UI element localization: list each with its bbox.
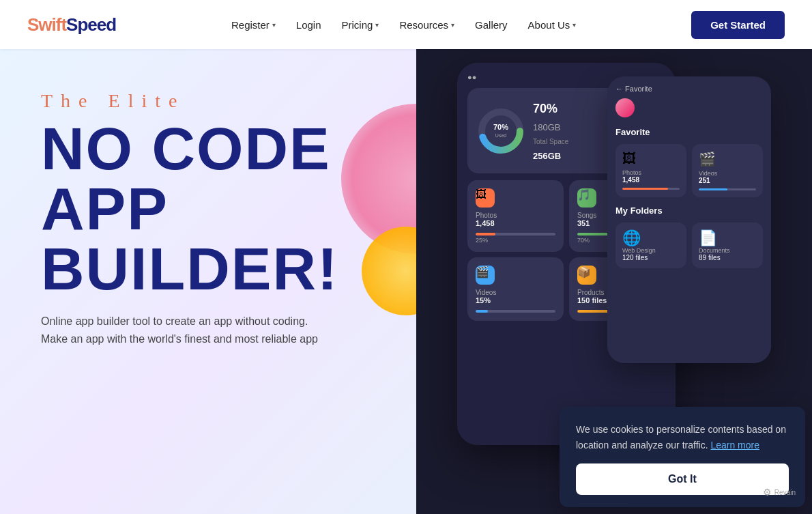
documents-label: Documents [699,247,756,254]
phone1-status: ●● [467,73,476,81]
hero-text-block: The Elite NO CODE APP BUILDER! Online ap… [41,90,338,347]
storage-total: 256GB [533,148,568,164]
p2-videos-icon: 🎬 [699,151,756,167]
nav-login[interactable]: Login [296,19,321,31]
p2-photos-count: 1,458 [622,176,680,184]
storage-donut-chart: 70% Used [477,107,525,155]
photos-count: 1,458 [476,219,555,227]
photos-label: Photos [476,212,555,219]
phone2-items-title: Favorite [615,127,763,137]
svg-text:Used: Used [495,133,506,138]
main-nav: Register ▾ Login Pricing ▾ Resources ▾ G… [231,19,576,31]
nav-resources[interactable]: Resources ▾ [399,19,454,31]
phone2-folders-title: My Folders [615,205,763,216]
webdesign-count: 120 files [622,254,680,261]
nav-about[interactable]: About Us ▾ [528,19,577,31]
logo-speed: Speed [66,14,116,35]
phone-mockup-2: ← Favorite Favorite 🖼 Photos 1,458 🎬 [607,76,771,363]
logo[interactable]: SwiftSpeed [27,14,116,35]
webdesign-label: Web Design [622,247,680,254]
storage-used: 180GB [533,119,568,135]
products-icon: 📦 [577,266,596,285]
cookie-text: We use cookies to personalize contents b… [576,422,789,453]
p2-photos-icon: 🖼 [622,151,680,167]
storage-percent: 70% [533,98,568,119]
logo-swift: Swift [27,14,66,35]
phone2-folder-documents: 📄 Documents 89 files [692,223,763,268]
get-started-button[interactable]: Get Started [691,11,785,39]
photos-pct: 25% [476,237,555,244]
storage-total-label: Total Space [533,136,568,148]
photos-icon: 🖼 [476,188,495,208]
phone2-back-icon: ← [615,85,625,93]
nav-register[interactable]: Register ▾ [231,19,276,31]
songs-icon: 🎵 [577,188,596,208]
phone2-folder-webdesign: 🌐 Web Design 120 files [615,223,686,268]
main-title: NO CODE APP BUILDER! [41,119,338,299]
phone1-card-videos: 🎬 Videos 15% [467,257,564,321]
phone2-avatar [615,98,635,117]
elite-label: The Elite [41,90,338,112]
svg-text:70%: 70% [493,123,508,131]
nav-gallery[interactable]: Gallery [475,19,508,31]
hero-section: The Elite NO CODE APP BUILDER! Online ap… [0,49,812,514]
revain-badge: ⚙ Revain [763,487,796,498]
cookie-banner: We use cookies to personalize contents b… [560,407,805,507]
title-line-1: NO CODE [41,119,338,179]
revain-label: Revain [774,489,796,496]
videos-icon: 🎬 [476,266,495,285]
phone1-card-photos: 🖼 Photos 1,458 25% [467,180,564,252]
title-line-2: APP [41,179,338,239]
chevron-down-icon: ▾ [451,21,454,29]
phone2-card-videos: 🎬 Videos 251 [692,144,763,197]
hero-description: Online app builder tool to create an app… [41,313,334,347]
title-line-3: BUILDER! [41,239,338,299]
revain-icon: ⚙ [763,487,772,498]
chevron-down-icon: ▾ [272,21,276,29]
p2-videos-count: 251 [699,177,756,184]
phone2-card-photos: 🖼 Photos 1,458 [615,144,686,197]
phone2-items-grid: 🖼 Photos 1,458 🎬 Videos 251 [615,144,763,197]
documents-count: 89 files [699,254,756,261]
nav-pricing[interactable]: Pricing ▾ [342,19,379,31]
p2-videos-label: Videos [699,170,756,177]
phone2-folder-grid: 🌐 Web Design 120 files 📄 Documents 89 fi… [615,223,763,268]
phone2-folders-section: My Folders 🌐 Web Design 120 files 📄 Docu… [615,205,763,268]
webdesign-icon: 🌐 [622,229,680,247]
videos-label: Videos [476,289,555,296]
documents-icon: 📄 [699,229,756,247]
p2-photos-label: Photos [622,169,680,176]
header: SwiftSpeed Register ▾ Login Pricing ▾ Re… [0,0,812,49]
got-it-button[interactable]: Got It [576,463,789,495]
storage-info: 70% 180GB Total Space 256GB [533,98,568,164]
phone2-favorite-title: Favorite [625,85,652,93]
learn-more-link[interactable]: Learn more [710,440,759,451]
chevron-down-icon: ▾ [375,21,379,29]
videos-count: 15% [476,296,555,304]
chevron-down-icon: ▾ [572,21,576,29]
